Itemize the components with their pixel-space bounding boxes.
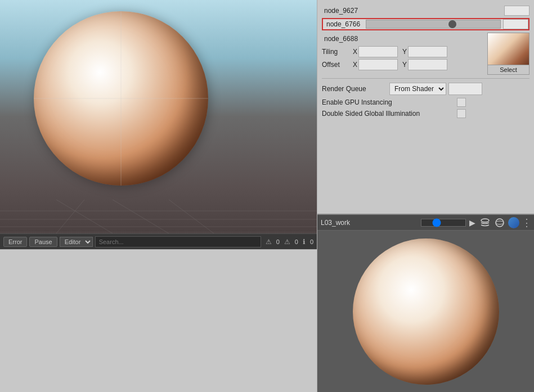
sphere-3d <box>34 11 208 186</box>
warning-count: 0 <box>295 238 298 245</box>
divider-1 <box>322 78 529 79</box>
svg-point-9 <box>496 219 504 227</box>
double-sided-label: Double Sided Global Illumination <box>322 110 457 118</box>
tiling-label: Tiling <box>322 48 353 56</box>
viewport-3d <box>0 0 317 233</box>
sphere-grid-lines <box>34 11 208 186</box>
svg-point-8 <box>481 219 489 222</box>
node-9627-label: node_9627 <box>322 6 360 15</box>
render-queue-value[interactable]: 2000 <box>448 83 482 95</box>
offset-y-label: Y <box>402 61 407 69</box>
left-panel: Error Pause Editor ⚠ 0 ⚠ 0 ℹ 0 <box>0 0 317 392</box>
gpu-instancing-checkbox[interactable] <box>457 98 466 107</box>
node-9627-row: node_9627 0.5 <box>322 4 529 17</box>
preview-toolbar: L03_work ▶ <box>317 215 534 231</box>
offset-x-input[interactable]: 0 <box>358 59 398 70</box>
double-sided-checkbox[interactable] <box>457 109 466 118</box>
right-panel: node_9627 0.5 node_6766 0.21 node_6688 T… <box>317 0 534 392</box>
gpu-instancing-label: Enable GPU Instancing <box>322 98 457 106</box>
error-icon: ⚠ <box>263 237 274 247</box>
preview-sphere <box>353 238 499 385</box>
svg-point-10 <box>496 221 504 224</box>
console-area <box>0 249 317 392</box>
texture-props: node_6688 Tiling X 1 Y 1 Offset X 0 <box>322 33 484 72</box>
node-6688-area: node_6688 Tiling X 1 Y 1 Offset X 0 <box>322 33 529 75</box>
render-queue-dropdown[interactable]: From Shader <box>389 83 446 95</box>
layers-button[interactable] <box>479 217 491 229</box>
preview-panel: L03_work ▶ <box>317 214 534 392</box>
tiling-y-input[interactable]: 1 <box>408 46 447 57</box>
svg-line-4 <box>56 200 113 233</box>
node-6688-label: node_6688 <box>322 34 360 43</box>
tiling-y-label: Y <box>402 48 407 56</box>
info-count: 0 <box>310 238 313 245</box>
color-sphere-icon[interactable] <box>508 217 519 228</box>
info-icon: ℹ <box>300 237 308 247</box>
tiling-x-input[interactable]: 1 <box>358 46 398 57</box>
node-6766-row: node_6766 0.21 <box>322 18 529 30</box>
preview-slider[interactable] <box>421 219 466 227</box>
texture-preview: Select <box>487 33 529 75</box>
offset-label: Offset <box>322 61 353 69</box>
node-6766-value[interactable]: 0.21 <box>503 19 528 29</box>
svg-line-5 <box>113 200 169 233</box>
play-button[interactable]: ▶ <box>468 217 477 228</box>
more-options-button[interactable]: ⋮ <box>522 218 531 228</box>
gpu-instancing-row: Enable GPU Instancing <box>322 98 529 107</box>
bottom-toolbar: Error Pause Editor ⚠ 0 ⚠ 0 ℹ 0 <box>0 233 317 249</box>
preview-title: L03_work <box>321 219 419 227</box>
node-6688-row: node_6688 <box>322 33 484 45</box>
tiling-row: Tiling X 1 Y 1 <box>322 46 484 57</box>
preview-sphere-area <box>317 231 534 392</box>
properties-panel: node_9627 0.5 node_6766 0.21 node_6688 T… <box>317 0 534 214</box>
sphere-icon <box>495 218 505 228</box>
double-sided-row: Double Sided Global Illumination <box>322 109 529 118</box>
offset-x-label: X <box>353 61 357 69</box>
search-input[interactable] <box>95 236 261 247</box>
node-6766-slider[interactable] <box>366 20 501 29</box>
sphere-preview-button[interactable] <box>493 217 506 229</box>
floor-grid <box>0 166 317 233</box>
warning-icon: ⚠ <box>282 237 293 247</box>
svg-line-6 <box>169 200 214 233</box>
offset-row: Offset X 0 Y 0 <box>322 59 484 70</box>
tiling-x-label: X <box>353 48 357 56</box>
offset-y-input[interactable]: 0 <box>408 59 447 70</box>
node-6766-label: node_6766 <box>323 20 364 29</box>
svg-line-7 <box>56 200 84 233</box>
node-9627-value[interactable]: 0.5 <box>504 6 529 16</box>
render-queue-row: Render Queue From Shader 2000 <box>322 82 529 96</box>
error-count: 0 <box>276 238 280 245</box>
select-button[interactable]: Select <box>488 65 529 74</box>
error-button[interactable]: Error <box>3 237 27 247</box>
layers-icon <box>480 218 490 228</box>
pause-button[interactable]: Pause <box>29 237 57 247</box>
render-queue-label: Render Queue <box>322 85 389 93</box>
editor-dropdown[interactable]: Editor <box>60 237 93 247</box>
